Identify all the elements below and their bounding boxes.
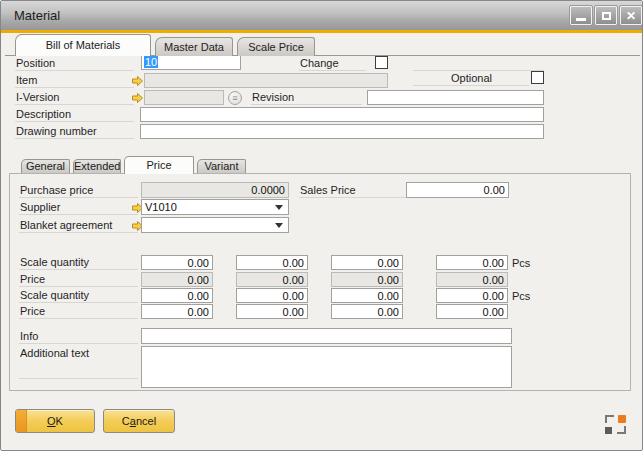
subtab-general[interactable]: General xyxy=(21,159,70,173)
chevron-down-icon xyxy=(275,223,283,228)
link-arrow-icon[interactable] xyxy=(131,92,144,104)
drawing-number-label: Drawing number xyxy=(15,125,134,139)
scale-qty1-input[interactable] xyxy=(436,255,508,270)
scale-qty2-input[interactable] xyxy=(331,288,403,303)
default-button-stripe xyxy=(16,410,27,432)
unit-label: Pcs xyxy=(512,257,530,269)
ok-label-key: O xyxy=(47,415,56,427)
maximize-icon xyxy=(602,12,611,20)
tab-bill-of-materials[interactable]: Bill of Materials xyxy=(15,34,151,56)
subtab-label: Variant xyxy=(204,160,238,172)
minimize-icon xyxy=(576,18,586,21)
position-input[interactable]: 10 xyxy=(141,55,241,70)
subtab-label: Price xyxy=(146,159,171,171)
link-arrow-icon[interactable] xyxy=(131,75,144,87)
expand-corner-topleft xyxy=(605,415,614,423)
subtab-extended[interactable]: Extended xyxy=(73,159,121,173)
scale-qty1-input[interactable] xyxy=(141,255,213,270)
optional-checkbox[interactable] xyxy=(531,71,544,84)
cancel-button[interactable]: Cancel xyxy=(103,409,175,433)
scale-qty1-input[interactable] xyxy=(236,255,308,270)
purchase-price-input[interactable] xyxy=(141,182,289,198)
spacer-underline xyxy=(413,70,544,71)
supplier-label: Supplier xyxy=(19,201,138,215)
unit-label: Pcs xyxy=(512,290,530,302)
expand-square-gray xyxy=(605,427,612,434)
expand-corner-bottomright xyxy=(617,426,626,434)
change-label: Change xyxy=(299,57,366,71)
supplier-dropdown[interactable]: V1010 xyxy=(141,199,289,215)
description-input[interactable] xyxy=(140,107,544,122)
price1-input[interactable] xyxy=(236,272,308,287)
tab-label: Bill of Materials xyxy=(46,39,121,51)
sales-price-label: Sales Price xyxy=(299,184,406,198)
iversion-label: I-Version xyxy=(15,91,134,105)
tab-master-data[interactable]: Master Data xyxy=(155,37,233,56)
supplier-value: V1010 xyxy=(145,201,177,213)
additional-text-label: Additional text xyxy=(19,347,138,379)
subtab-variant[interactable]: Variant xyxy=(197,159,246,173)
price-row1-label: Price xyxy=(19,273,138,287)
blanket-agreement-label: Blanket agreement xyxy=(19,219,138,233)
tab-label: Master Data xyxy=(164,41,224,53)
price1-input[interactable] xyxy=(141,272,213,287)
optional-label: Optional xyxy=(413,72,529,86)
tab-scale-price[interactable]: Scale Price xyxy=(237,37,315,56)
item-label: Item xyxy=(15,74,134,88)
scale-quantity-label: Scale quantity xyxy=(19,256,138,270)
item-input[interactable] xyxy=(144,73,388,88)
price2-input[interactable] xyxy=(436,304,508,319)
scale-quantity2-label: Scale quantity xyxy=(19,289,138,303)
scale-qty2-input[interactable] xyxy=(436,288,508,303)
sales-price-input[interactable] xyxy=(406,182,509,198)
choose-from-list-icon[interactable]: ≡ xyxy=(228,91,242,105)
minimize-button[interactable] xyxy=(570,6,592,25)
title-bar: Material xyxy=(1,1,642,30)
maximize-button[interactable] xyxy=(595,6,617,25)
close-icon: ✕ xyxy=(626,10,636,22)
ok-label-post: K xyxy=(56,415,63,427)
iversion-input[interactable] xyxy=(144,90,224,105)
close-button[interactable]: ✕ xyxy=(620,6,642,25)
change-checkbox[interactable] xyxy=(375,56,388,69)
scale-qty1-input[interactable] xyxy=(331,255,403,270)
purchase-price-label: Purchase price xyxy=(19,184,138,198)
expand-square-orange xyxy=(618,415,626,423)
price2-input[interactable] xyxy=(236,304,308,319)
position-value-selected: 10 xyxy=(144,56,158,68)
cancel-label-post: ncel xyxy=(136,415,156,427)
expand-form-icon[interactable] xyxy=(605,415,626,434)
revision-input[interactable] xyxy=(367,90,544,105)
price1-input[interactable] xyxy=(331,272,403,287)
revision-label: Revision xyxy=(251,91,362,105)
cancel-label-pre: C xyxy=(122,415,130,427)
info-input[interactable] xyxy=(141,328,512,344)
price1-input[interactable] xyxy=(436,272,508,287)
ok-button[interactable]: OK xyxy=(15,409,95,433)
scale-qty2-input[interactable] xyxy=(141,288,213,303)
accent-gold-line xyxy=(1,30,642,33)
scale-qty2-input[interactable] xyxy=(236,288,308,303)
position-label: Position xyxy=(15,57,134,71)
additional-text-area[interactable] xyxy=(141,346,512,388)
description-label: Description xyxy=(15,108,134,122)
price-row2-label: Price xyxy=(19,305,138,319)
material-dialog: Material ✕ Bill of Materials Master Data… xyxy=(0,0,643,451)
subtab-price[interactable]: Price xyxy=(124,156,194,174)
blanket-agreement-dropdown[interactable] xyxy=(141,217,289,233)
tab-label: Scale Price xyxy=(248,41,304,53)
chevron-down-icon xyxy=(275,205,283,210)
subtab-label: General xyxy=(26,160,65,172)
subtab-label: Extended xyxy=(74,160,120,172)
drawing-number-input[interactable] xyxy=(140,124,544,139)
price2-input[interactable] xyxy=(141,304,213,319)
price2-input[interactable] xyxy=(331,304,403,319)
window-title: Material xyxy=(14,8,60,23)
info-label: Info xyxy=(19,330,138,344)
